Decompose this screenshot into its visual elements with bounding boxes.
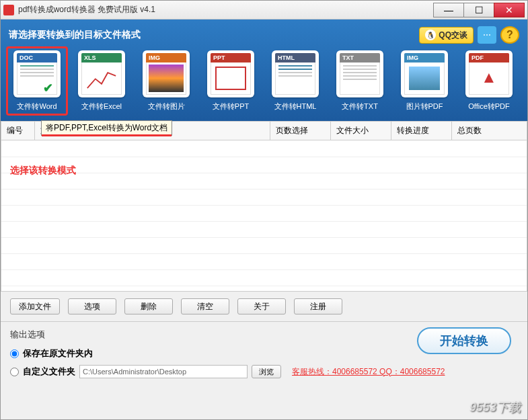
watermark: 9553下载 xyxy=(469,399,521,415)
options-button[interactable]: 选项 xyxy=(68,298,116,314)
col-progress[interactable]: 转换进度 xyxy=(391,122,452,140)
format-button-3[interactable]: PPT文件转PPT xyxy=(202,50,259,112)
browse-button[interactable]: 浏览 xyxy=(252,365,281,378)
format-label: 文件转Excel xyxy=(81,101,122,112)
hotline-text[interactable]: 客服热线：4006685572 QQ：4006685572 xyxy=(292,366,445,378)
format-button-0[interactable]: DOC✔文件转Word xyxy=(9,50,65,112)
add-file-button[interactable]: 添加文件 xyxy=(10,298,60,314)
table-body[interactable] xyxy=(1,140,527,292)
register-button[interactable]: 注册 xyxy=(294,298,342,314)
format-icon: PDF▲ xyxy=(465,50,513,97)
format-tag: PPT xyxy=(211,53,251,62)
format-preview: ✔ xyxy=(17,62,57,95)
start-convert-button[interactable]: 开始转换 xyxy=(417,327,511,354)
qq-chat-button[interactable]: 🐧 QQ交谈 xyxy=(419,27,474,44)
col-size[interactable]: 文件大小 xyxy=(331,122,391,140)
format-icon: IMG xyxy=(143,50,190,97)
format-icon: DOC✔ xyxy=(13,50,61,97)
table-row xyxy=(1,173,527,189)
format-button-5[interactable]: TXT文件转TXT xyxy=(332,50,388,112)
app-window: pdf转换成word转换器 免费试用版 v4.1 — ☐ ✕ 请选择要转换到的目… xyxy=(0,0,528,420)
output-path-input[interactable] xyxy=(79,365,248,378)
overlay-annotation: 选择该转换模式 xyxy=(10,165,76,177)
table-row xyxy=(1,269,527,286)
close-button[interactable]: ✕ xyxy=(494,3,525,17)
format-button-2[interactable]: IMG文件转图片 xyxy=(138,50,194,112)
format-button-1[interactable]: XLS文件转Excel xyxy=(73,50,130,112)
format-toolbar: 请选择要转换到的目标文件格式 🐧 QQ交谈 ⋯ ? DOC✔文件转WordXLS… xyxy=(1,19,527,121)
help-icon: ? xyxy=(506,29,513,41)
qq-icon: 🐧 xyxy=(425,30,436,40)
format-label: 图片转PDF xyxy=(406,101,443,112)
format-icon: XLS xyxy=(78,50,125,97)
action-buttons: 添加文件 选项 删除 清空 关于 注册 xyxy=(1,292,527,321)
format-tag: DOC xyxy=(17,53,57,62)
format-icon: IMG xyxy=(401,50,448,97)
format-preview xyxy=(81,62,122,95)
format-tooltip: 将PDF,PPT,Excel转换为Word文档 xyxy=(41,120,172,136)
custom-folder-radio[interactable] xyxy=(10,368,19,376)
format-tag: PDF xyxy=(469,53,509,62)
save-source-radio[interactable] xyxy=(10,349,19,358)
format-icon: HTML xyxy=(272,50,319,97)
table-row xyxy=(1,140,527,157)
table-row xyxy=(1,157,527,173)
format-preview xyxy=(275,62,315,95)
delete-button[interactable]: 删除 xyxy=(124,298,173,314)
table-row xyxy=(1,205,527,221)
format-label: 文件转HTML xyxy=(274,101,317,112)
format-button-7[interactable]: PDF▲Office转PDF xyxy=(461,50,517,112)
clear-button[interactable]: 清空 xyxy=(181,298,229,314)
app-icon xyxy=(3,5,14,15)
save-source-label: 保存在原文件夹内 xyxy=(23,347,93,360)
table-row xyxy=(1,253,527,269)
format-icon: TXT xyxy=(336,50,383,97)
table-row xyxy=(1,189,527,205)
table-row xyxy=(1,221,527,237)
format-preview xyxy=(211,62,251,95)
format-label: 文件转TXT xyxy=(342,101,378,112)
format-button-6[interactable]: IMG图片转PDF xyxy=(396,50,453,112)
window-title: pdf转换成word转换器 免费试用版 v4.1 xyxy=(18,4,434,15)
format-button-4[interactable]: HTML文件转HTML xyxy=(267,50,324,112)
format-preview xyxy=(404,62,445,95)
format-preview: ▲ xyxy=(469,62,509,95)
about-button[interactable]: 关于 xyxy=(237,298,286,314)
format-label: Office转PDF xyxy=(468,101,510,112)
format-icon: PPT xyxy=(207,50,254,97)
format-tag: TXT xyxy=(340,53,380,62)
format-label: 文件转PPT xyxy=(213,101,249,112)
file-table: 编号 文件名 页数选择 文件大小 转换进度 总页数 xyxy=(1,121,527,292)
format-preview xyxy=(340,62,380,95)
help-button[interactable]: ? xyxy=(500,26,519,44)
format-label: 文件转Word xyxy=(17,101,56,112)
minimize-button[interactable]: — xyxy=(433,3,464,17)
qq-label: QQ交谈 xyxy=(439,30,467,41)
col-pages[interactable]: 页数选择 xyxy=(270,122,331,140)
format-preview xyxy=(146,62,186,95)
toolbar-prompt: 请选择要转换到的目标文件格式 xyxy=(9,29,141,41)
custom-folder-label: 自定义文件夹 xyxy=(23,366,75,378)
col-id[interactable]: 编号 xyxy=(1,122,35,140)
format-tag: IMG xyxy=(404,53,445,62)
output-section: 输出选项 开始转换 保存在原文件夹内 自定义文件夹 浏览 客服热线：400668… xyxy=(1,321,527,390)
format-tag: HTML xyxy=(275,53,315,62)
chat-icon: ⋯ xyxy=(483,30,491,40)
maximize-button[interactable]: ☐ xyxy=(463,3,494,17)
format-tag: IMG xyxy=(146,53,186,62)
chat-button[interactable]: ⋯ xyxy=(478,26,496,44)
col-total[interactable]: 总页数 xyxy=(452,122,527,140)
format-tag: XLS xyxy=(81,53,122,62)
table-row xyxy=(1,237,527,253)
format-label: 文件转图片 xyxy=(148,101,185,112)
titlebar: pdf转换成word转换器 免费试用版 v4.1 — ☐ ✕ xyxy=(1,1,527,19)
